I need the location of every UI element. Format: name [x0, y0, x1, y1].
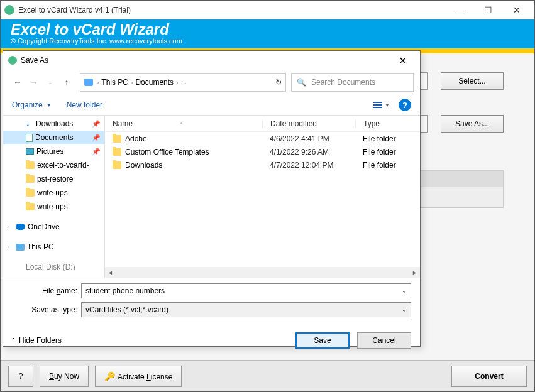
dialog-main: Downloads📌 Documents📌 Pictures📌 excel-to… [3, 115, 420, 278]
tree-excel-folder[interactable]: excel-to-vcarfd- [3, 158, 104, 172]
col-type[interactable]: Type [355, 119, 420, 128]
tree-documents[interactable]: Documents📌 [3, 131, 104, 144]
list-item[interactable]: Downloads 4/7/2022 12:04 PM File folder [105, 158, 420, 172]
thispc-icon [16, 244, 25, 251]
column-headers: Nameˆ Date modified Type [105, 116, 420, 132]
hide-folders-toggle[interactable]: ˄ Hide Folders [12, 336, 62, 345]
list-view-icon [373, 102, 382, 108]
chevron-down-icon: ▼ [47, 102, 52, 108]
filename-input[interactable]: student phone numbers⌄ [81, 283, 411, 298]
col-date[interactable]: Date modified [262, 119, 355, 128]
savetype-select[interactable]: vCard files (*.vcf;*.vcard)⌄ [81, 302, 411, 317]
maximize-button[interactable]: ☐ [474, 1, 502, 19]
crumb-thispc[interactable]: This PC [101, 78, 128, 87]
dialog-toolbar: Organize ▼ New folder ▼ ? [3, 95, 420, 115]
horizontal-scrollbar[interactable]: ◄ ► [105, 267, 420, 278]
dialog-titlebar: Save As ✕ [3, 51, 420, 70]
folder-icon [26, 175, 35, 183]
chevron-right-icon: › [131, 79, 133, 86]
pin-icon: 📌 [92, 120, 101, 128]
tree-writeups1[interactable]: write-ups [3, 186, 104, 200]
chevron-down-icon[interactable]: ⌄ [402, 307, 407, 313]
app-header-copyright: © Copyright RecoveryTools Inc. www.recov… [11, 37, 524, 45]
tree-thispc[interactable]: ›This PC [3, 240, 104, 254]
tree-onedrive[interactable]: ›OneDrive [3, 220, 104, 234]
main-titlebar: Excel to vCard Wizard v4.1 (Trial) — ☐ ✕ [1, 1, 534, 19]
onedrive-icon [16, 224, 25, 230]
col-name[interactable]: Nameˆ [105, 119, 262, 128]
dialog-nav: ← → ⌄ ↑ › This PC › Documents › ⌄ ↻ 🔍 Se… [3, 70, 420, 95]
minimize-button[interactable]: — [446, 1, 474, 19]
buy-now-button[interactable]: Buy Now [40, 366, 89, 387]
main-footer: ? Buy Now 🔑Activate License Convert [1, 360, 534, 391]
app-header-title: Excel to vCard Wizard [11, 21, 524, 38]
nav-history-dropdown[interactable]: ⌄ [42, 74, 58, 90]
savetype-label: Save as type: [12, 305, 81, 314]
cancel-button[interactable]: Cancel [357, 332, 411, 349]
pin-icon: 📌 [92, 148, 101, 156]
list-item[interactable]: Custom Office Templates 4/1/2022 9:26 AM… [105, 145, 420, 158]
nav-back-button[interactable]: ← [9, 74, 26, 90]
sort-asc-icon: ˆ [180, 122, 182, 128]
crumb-documents[interactable]: Documents [135, 78, 174, 87]
main-window: Excel to vCard Wizard v4.1 (Trial) — ☐ ✕… [0, 0, 535, 392]
dialog-title: Save As [21, 56, 48, 65]
tree-downloads[interactable]: Downloads📌 [3, 117, 104, 131]
key-icon: 🔑 [104, 371, 115, 381]
chevron-right-icon: › [7, 244, 9, 250]
chevron-up-icon: ˄ [12, 337, 15, 344]
app-icon [4, 5, 14, 15]
tree-writeups2[interactable]: write-ups [3, 200, 104, 214]
folder-icon [113, 148, 121, 156]
tree-localdisk[interactable]: Local Disk (D:) [3, 260, 104, 274]
download-icon [26, 120, 33, 128]
folder-icon [26, 203, 35, 210]
help-button[interactable]: ? [8, 366, 33, 387]
dialog-footer: ˄ Hide Folders Save Cancel [3, 326, 420, 355]
window-title: Excel to vCard Wizard v4.1 (Trial) [18, 6, 131, 14]
search-placeholder: Search Documents [311, 78, 375, 87]
folder-icon [113, 135, 121, 143]
pin-icon: 📌 [92, 134, 101, 142]
folder-tree: Downloads📌 Documents📌 Pictures📌 excel-to… [3, 116, 105, 278]
save-as-dialog: Save As ✕ ← → ⌄ ↑ › This PC › Documents … [3, 50, 421, 347]
chevron-right-icon: › [176, 79, 178, 86]
chevron-down-icon[interactable]: ⌄ [402, 288, 407, 294]
close-button[interactable]: ✕ [502, 1, 531, 19]
addr-dropdown-icon[interactable]: ⌄ [182, 79, 187, 85]
dialog-close-button[interactable]: ✕ [390, 55, 415, 67]
folder-icon [26, 189, 35, 197]
select-button[interactable]: Select... [441, 72, 504, 90]
folder-icon [26, 161, 35, 169]
tree-pst-folder[interactable]: pst-restore [3, 172, 104, 186]
pictures-icon [26, 148, 34, 155]
chevron-right-icon: › [7, 224, 9, 230]
scroll-left-icon[interactable]: ◄ [105, 270, 116, 276]
activate-license-button[interactable]: 🔑Activate License [95, 366, 182, 387]
chevron-down-icon: ▼ [385, 102, 390, 108]
new-folder-button[interactable]: New folder [67, 101, 102, 109]
help-icon[interactable]: ? [399, 99, 411, 111]
chevron-right-icon: › [97, 79, 99, 86]
search-input[interactable]: 🔍 Search Documents [291, 73, 414, 92]
search-icon: 🔍 [297, 78, 306, 87]
nav-up-button[interactable]: ↑ [58, 74, 75, 90]
organize-menu[interactable]: Organize [12, 101, 43, 109]
documents-icon [26, 134, 33, 142]
refresh-button[interactable]: ↻ [275, 78, 282, 87]
dialog-app-icon [8, 56, 17, 65]
save-button[interactable]: Save [295, 332, 350, 349]
scroll-right-icon[interactable]: ► [409, 270, 420, 276]
address-bar[interactable]: › This PC › Documents › ⌄ ↻ [80, 73, 286, 92]
filename-label: File name: [12, 286, 81, 295]
folder-icon [113, 161, 121, 169]
view-mode-button[interactable]: ▼ [373, 102, 390, 108]
saveas-button[interactable]: Save As... [441, 115, 504, 133]
dialog-fields: File name: student phone numbers⌄ Save a… [3, 278, 420, 326]
tree-pictures[interactable]: Pictures📌 [3, 144, 104, 158]
thispc-icon [84, 79, 93, 86]
convert-button[interactable]: Convert [451, 366, 527, 387]
list-item[interactable]: Adobe 4/6/2022 4:41 PM File folder [105, 132, 420, 145]
app-header: Excel to vCard Wizard © Copyright Recove… [1, 19, 534, 48]
nav-forward-button[interactable]: → [26, 74, 42, 90]
